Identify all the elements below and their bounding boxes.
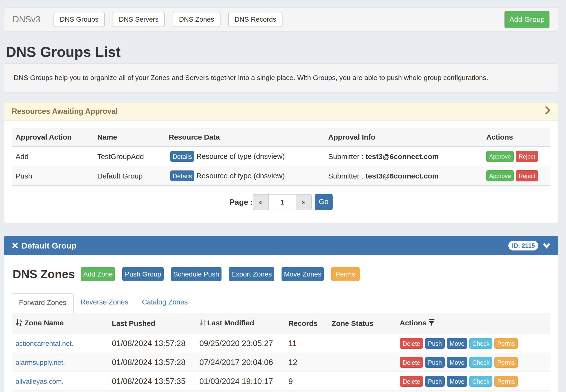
svg-text:Z: Z	[19, 323, 22, 326]
svg-text:A: A	[19, 319, 22, 323]
